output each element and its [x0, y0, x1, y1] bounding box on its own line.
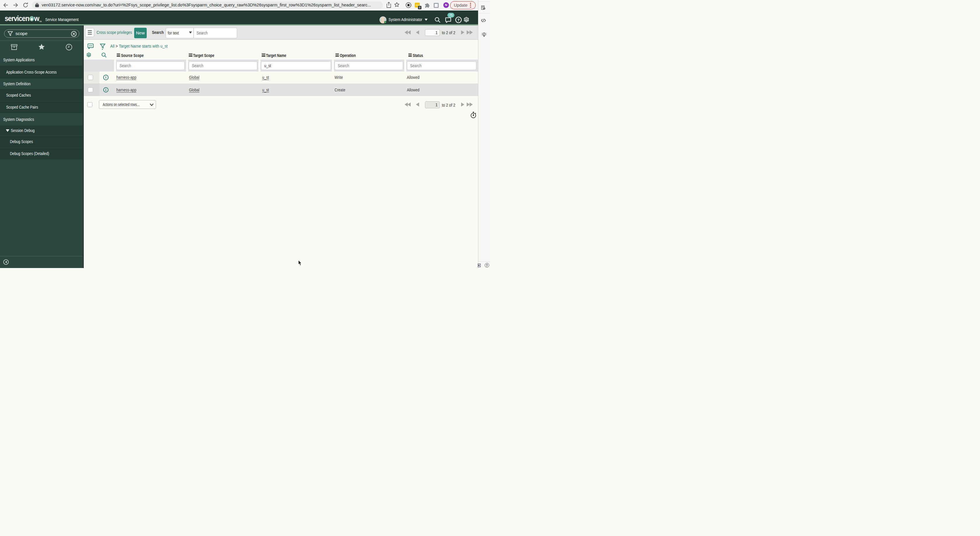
- svg-text:?: ?: [457, 18, 460, 22]
